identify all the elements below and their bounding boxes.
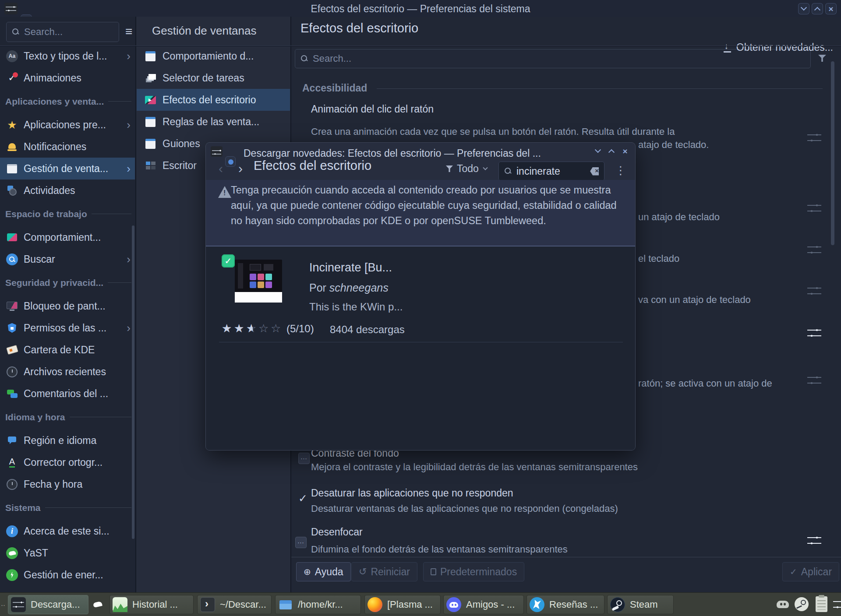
- sidebar-item-notifications[interactable]: Notificaciones: [0, 136, 135, 158]
- sidebar-section-apps-windows: Aplicaciones y venta...: [0, 89, 135, 114]
- sidebar-item-workspace-behavior[interactable]: Comportamient...: [0, 226, 135, 248]
- sidebar-item-kde-wallet[interactable]: Cartera de KDE: [0, 339, 135, 361]
- section-accessibility: Accesibilidad: [302, 82, 367, 94]
- forward-arrow-icon[interactable]: ›: [238, 162, 243, 175]
- sidebar-item-feedback[interactable]: Comentarios del ...: [0, 383, 135, 405]
- section-divider: [377, 88, 823, 89]
- subnav-item-task-switcher[interactable]: Selector de tareas: [137, 67, 290, 89]
- configure-effect-icon[interactable]: [807, 375, 821, 386]
- effects-search-input[interactable]: [313, 53, 805, 64]
- task-history[interactable]: Historial ...: [110, 595, 194, 614]
- sidebar-item-region-language[interactable]: Región e idioma: [0, 429, 135, 451]
- undo-icon: ↺: [359, 566, 367, 577]
- configure-effect-icon[interactable]: [807, 203, 821, 214]
- desaturate-checkbox[interactable]: ✓: [298, 492, 307, 505]
- reset-button[interactable]: ↺Reiniciar: [351, 562, 417, 581]
- dialog-search-input[interactable]: [516, 165, 586, 177]
- sidebar-item-about-system[interactable]: Acerca de este si...: [0, 520, 135, 542]
- chevron-right-icon: ›: [127, 253, 131, 265]
- entry-thumbnail[interactable]: [235, 260, 282, 303]
- task-terminal[interactable]: ~/Descar...: [197, 595, 272, 614]
- task-reviews[interactable]: Reseñas ...: [527, 595, 604, 614]
- task-get-new-stuff[interactable]: Descarga...: [8, 595, 88, 614]
- task-firefox[interactable]: [Plasma ...: [364, 595, 441, 614]
- task-file-manager[interactable]: /home/kr...: [275, 595, 361, 614]
- maximize-button[interactable]: [812, 3, 823, 14]
- dialog-minimize-button[interactable]: [592, 145, 604, 157]
- dialog-search[interactable]: [498, 162, 604, 181]
- subnav-item-window-rules[interactable]: Reglas de las venta...: [137, 111, 290, 133]
- entry-author: Por schneegans: [309, 282, 389, 294]
- search-blue-icon: [6, 253, 18, 265]
- configure-effect-icon[interactable]: [807, 132, 821, 144]
- sidebar-item-app-permissions[interactable]: Permisos de las ...›: [0, 317, 135, 339]
- entry-title[interactable]: Incinerate [Bu...: [309, 261, 392, 275]
- configure-effect-icon[interactable]: [807, 285, 821, 297]
- effect-desaturate-desc: Desaturar ventanas de las aplicaciones q…: [311, 503, 618, 514]
- dialog-maximize-button[interactable]: [606, 145, 617, 157]
- sidebar-item-fonts[interactable]: Texto y tipos de l...›: [0, 45, 135, 67]
- dialog-title: Descargar novedades: Efectos del escrito…: [244, 148, 541, 159]
- animations-icon: [6, 72, 18, 84]
- overflow-menu-icon[interactable]: ⋮: [615, 164, 626, 177]
- warning-text: Tenga precaución cuando acceda al conten…: [231, 183, 630, 229]
- tray-clipboard-icon[interactable]: [816, 596, 827, 612]
- close-button[interactable]: ×: [825, 3, 837, 14]
- help-button[interactable]: ⊕Ayuda: [296, 562, 351, 581]
- contrast-checkbox[interactable]: [298, 453, 310, 464]
- subnav-item-desktop-effects[interactable]: Efectos del escritorio: [137, 89, 290, 111]
- installed-checkbox[interactable]: [222, 254, 235, 268]
- sidebar-item-animations[interactable]: Animaciones: [0, 67, 135, 89]
- tray-discord-icon[interactable]: [775, 597, 790, 612]
- hamburger-menu-icon[interactable]: ≡: [125, 25, 132, 39]
- filter-funnel-icon[interactable]: [818, 55, 826, 62]
- reviews-icon: [530, 597, 544, 612]
- task-discord[interactable]: Amigos - ...: [443, 595, 524, 614]
- sidebar-section-system: Sistema: [0, 495, 135, 520]
- sidebar-item-date-time[interactable]: Fecha y hora: [0, 473, 135, 495]
- sidebar-search[interactable]: [6, 22, 119, 42]
- wallet-icon: [6, 344, 18, 356]
- sidebar-item-activities[interactable]: Actividades: [0, 180, 135, 201]
- blur-checkbox[interactable]: [295, 537, 307, 548]
- sidebar-item-yast[interactable]: YaST: [0, 542, 135, 564]
- overflow-dots: ..: [1, 599, 5, 608]
- rating-value: (5/10): [286, 323, 314, 335]
- info-icon: [6, 525, 18, 537]
- get-new-stuff-button[interactable]: Obtener novedades...: [723, 42, 833, 53]
- sidebar-search-input[interactable]: [24, 26, 113, 38]
- tray-sliders-icon[interactable]: [833, 599, 841, 610]
- configure-effect-icon[interactable]: [807, 244, 821, 256]
- clear-search-icon[interactable]: [590, 167, 599, 176]
- sidebar-item-screen-locking[interactable]: Bloqueo de pant...: [0, 295, 135, 317]
- sidebar-item-power-management[interactable]: Gestión de ener...: [0, 564, 135, 586]
- sidebar-scrollbar[interactable]: [132, 225, 134, 539]
- virtual-desktops-icon: [145, 160, 156, 172]
- effect-blur-desc: Difumina el fondo detrás de las ventanas…: [311, 544, 568, 555]
- dialog-close-button[interactable]: ×: [619, 145, 631, 157]
- tray-steam-icon[interactable]: [795, 597, 809, 611]
- apply-button[interactable]: ✓Aplicar: [782, 562, 839, 581]
- filter-dropdown[interactable]: Todo: [446, 163, 487, 175]
- task-steam[interactable]: Steam: [607, 595, 674, 614]
- document-icon: [431, 568, 436, 575]
- settings-sidebar: ≡ Texto y tipos de l...› Animaciones Apl…: [0, 17, 136, 592]
- main-scrollbar[interactable]: [831, 61, 834, 245]
- subnav-item-window-behavior[interactable]: Comportamiento d...: [137, 45, 290, 67]
- defaults-button[interactable]: Predeterminados: [423, 562, 524, 581]
- terminal-icon: [200, 597, 215, 612]
- chevron-right-icon: ›: [127, 50, 131, 62]
- sidebar-item-spellcheck[interactable]: Corrector ortogr...: [0, 451, 135, 473]
- configure-effect-icon[interactable]: [807, 327, 821, 339]
- sidebar-item-recent-files[interactable]: Archivos recientes: [0, 361, 135, 383]
- sidebar-item-window-management[interactable]: Gestión de venta...›: [0, 158, 135, 180]
- minimize-button[interactable]: [798, 3, 809, 14]
- header-divider: [0, 46, 841, 46]
- back-arrow-icon[interactable]: ‹: [219, 162, 223, 175]
- dialog-menu-icon[interactable]: [225, 156, 236, 167]
- sidebar-item-default-apps[interactable]: Aplicaciones pre...›: [0, 114, 135, 136]
- steam-icon: [610, 597, 625, 612]
- configure-effect-icon[interactable]: [807, 535, 821, 546]
- entry-divider: [219, 342, 623, 342]
- sidebar-item-search[interactable]: Buscar›: [0, 248, 135, 270]
